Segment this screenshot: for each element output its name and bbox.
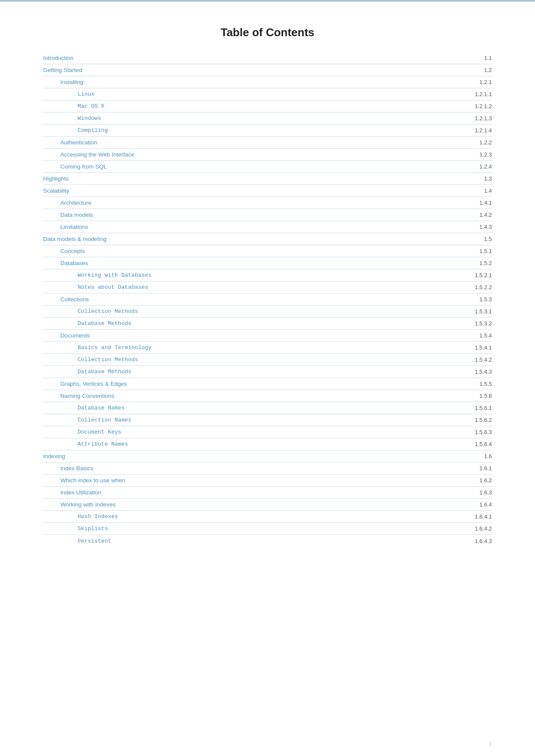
toc-row[interactable]: Notes about Databases1.5.2.2 — [43, 281, 492, 294]
toc-item-label[interactable]: Concepts — [43, 248, 466, 254]
toc-item-label[interactable]: Document Keys — [43, 429, 466, 435]
toc-item-label[interactable]: Getting Started — [43, 67, 466, 73]
toc-row[interactable]: Accessing the Web Interface1.2.3 — [43, 149, 492, 161]
toc-row[interactable]: Working with Databases1.5.2.1 — [43, 269, 492, 281]
toc-row[interactable]: Document Keys1.5.6.3 — [43, 426, 492, 438]
toc-row[interactable]: Hash Indexes1.6.4.1 — [43, 511, 492, 523]
toc-row[interactable]: Working with Indexes1.6.4 — [43, 499, 492, 511]
toc-item-number: 1.5.4.2 — [466, 356, 492, 363]
toc-row[interactable]: Collection Methods1.5.4.2 — [43, 354, 492, 366]
toc-item-number: 1.6.4.2 — [466, 525, 492, 532]
toc-row[interactable]: Getting Started1.2 — [43, 64, 492, 76]
toc-row[interactable]: Index Utilization1.6.3 — [43, 487, 492, 499]
toc-row[interactable]: Data models1.4.2 — [43, 209, 492, 221]
toc-row[interactable]: Basics and Terminology1.5.4.1 — [43, 342, 492, 354]
toc-item-label[interactable]: Collection Names — [43, 417, 466, 423]
toc-item-label[interactable]: Authentication — [43, 139, 466, 146]
toc-item-label[interactable]: Scalability — [43, 187, 466, 194]
toc-row[interactable]: Attribute Names1.5.6.4 — [43, 438, 492, 450]
toc-item-label[interactable]: Compiling — [43, 127, 466, 134]
toc-item-number: 1.5.4.3 — [466, 369, 492, 375]
toc-row[interactable]: Skiplists1.6.4.2 — [43, 523, 492, 535]
toc-item-label[interactable]: Skiplists — [43, 525, 466, 532]
toc-item-label[interactable]: Highlights — [43, 175, 466, 182]
toc-item-number: 1.5.2.1 — [466, 272, 492, 278]
toc-item-label[interactable]: Data models — [43, 212, 466, 218]
toc-row[interactable]: Installing1.2.1 — [43, 76, 492, 88]
toc-item-label[interactable]: Database Methods — [43, 320, 466, 327]
toc-item-number: 1.5.2 — [466, 260, 492, 266]
toc-item-label[interactable]: Working with Databases — [43, 272, 466, 278]
toc-row[interactable]: Architecture1.4.1 — [43, 197, 492, 209]
toc-row[interactable]: Limitations1.4.3 — [43, 221, 492, 233]
toc-item-label[interactable]: Which index to use when — [43, 477, 466, 484]
toc-item-label[interactable]: Accessing the Web Interface — [43, 151, 466, 158]
toc-row[interactable]: Mac OS X1.2.1.2 — [43, 100, 492, 112]
toc-row[interactable]: Database Methods1.5.3.2 — [43, 318, 492, 330]
page-footer: 1 — [489, 741, 492, 747]
toc-item-label[interactable]: Documents — [43, 332, 466, 339]
toc-item-label[interactable]: Coming from SQL — [43, 163, 466, 170]
toc-row[interactable]: Coming from SQL1.2.4 — [43, 161, 492, 173]
toc-row[interactable]: Data models & modeling1.5 — [43, 233, 492, 245]
toc-item-label[interactable]: Indexing — [43, 453, 466, 459]
toc-row[interactable]: Database Methods1.5.4.3 — [43, 366, 492, 378]
toc-item-number: 1.6.2 — [466, 477, 492, 484]
toc-item-label[interactable]: Collections — [43, 296, 466, 303]
toc-row[interactable]: Authentication1.2.2 — [43, 137, 492, 149]
toc-item-number: 1.5.6 — [466, 393, 492, 399]
toc-item-label[interactable]: Databases — [43, 260, 466, 266]
toc-row[interactable]: Collection Names1.5.6.2 — [43, 414, 492, 426]
toc-item-label[interactable]: Database Names — [43, 405, 466, 411]
toc-item-number: 1.2.4 — [466, 163, 492, 170]
toc-item-label[interactable]: Index Basics — [43, 465, 466, 472]
toc-row[interactable]: Which index to use when1.6.2 — [43, 475, 492, 487]
toc-row[interactable]: Collections1.5.3 — [43, 294, 492, 306]
toc-row[interactable]: Databases1.5.2 — [43, 257, 492, 269]
toc-row[interactable]: Collection Methods1.5.3.1 — [43, 306, 492, 318]
toc-row[interactable]: Windows1.2.1.3 — [43, 112, 492, 125]
toc-row[interactable]: Indexing1.6 — [43, 450, 492, 462]
toc-item-number: 1.2.1 — [466, 79, 492, 85]
toc-item-label[interactable]: Graphs, Vertices & Edges — [43, 381, 466, 387]
toc-row[interactable]: Index Basics1.6.1 — [43, 462, 492, 475]
toc-row[interactable]: Introduction1.1 — [43, 52, 492, 64]
page-border-top — [0, 0, 535, 2]
toc-row[interactable]: Persistent1.6.4.3 — [43, 535, 492, 547]
toc-row[interactable]: Highlights1.3 — [43, 173, 492, 185]
toc-row[interactable]: Graphs, Vertices & Edges1.5.5 — [43, 378, 492, 390]
toc-item-label[interactable]: Working with Indexes — [43, 501, 466, 508]
toc-item-label[interactable]: Database Methods — [43, 369, 466, 375]
toc-row[interactable]: Naming Conventions1.5.6 — [43, 390, 492, 402]
toc-row[interactable]: Documents1.5.4 — [43, 330, 492, 342]
toc-item-number: 1.5 — [466, 236, 492, 242]
toc-item-label[interactable]: Limitations — [43, 224, 466, 230]
toc-row[interactable]: Concepts1.5.1 — [43, 245, 492, 257]
toc-item-label[interactable]: Attribute Names — [43, 441, 466, 447]
toc-row[interactable]: Linux1.2.1.1 — [43, 88, 492, 100]
toc-item-label[interactable]: Notes about Databases — [43, 284, 466, 291]
toc-item-label[interactable]: Windows — [43, 115, 466, 122]
toc-item-label[interactable]: Persistent — [43, 538, 466, 544]
toc-item-label[interactable]: Introduction — [43, 55, 466, 61]
toc-item-number: 1.5.2.2 — [466, 284, 492, 291]
toc-item-number: 1.2.1.2 — [466, 103, 492, 109]
toc-item-label[interactable]: Basics and Terminology — [43, 344, 466, 351]
toc-row[interactable]: Compiling1.2.1.4 — [43, 125, 492, 137]
toc-item-label[interactable]: Index Utilization — [43, 489, 466, 496]
toc-item-number: 1.2.1.3 — [466, 115, 492, 122]
toc-item-label[interactable]: Data models & modeling — [43, 236, 466, 242]
toc-item-label[interactable]: Architecture — [43, 200, 466, 206]
toc-item-label[interactable]: Hash Indexes — [43, 513, 466, 520]
toc-item-label[interactable]: Mac OS X — [43, 103, 466, 109]
toc-row[interactable]: Scalability1.4 — [43, 185, 492, 197]
toc-item-number: 1.5.6.1 — [466, 405, 492, 411]
toc-item-label[interactable]: Installing — [43, 79, 466, 85]
toc-row[interactable]: Database Names1.5.6.1 — [43, 402, 492, 414]
toc-item-label[interactable]: Linux — [43, 91, 466, 97]
page-title: Table of Contents — [43, 26, 492, 39]
toc-item-label[interactable]: Naming Conventions — [43, 393, 466, 399]
toc-item-label[interactable]: Collection Methods — [43, 308, 466, 315]
toc-item-label[interactable]: Collection Methods — [43, 356, 466, 363]
toc-item-number: 1.2 — [466, 67, 492, 73]
